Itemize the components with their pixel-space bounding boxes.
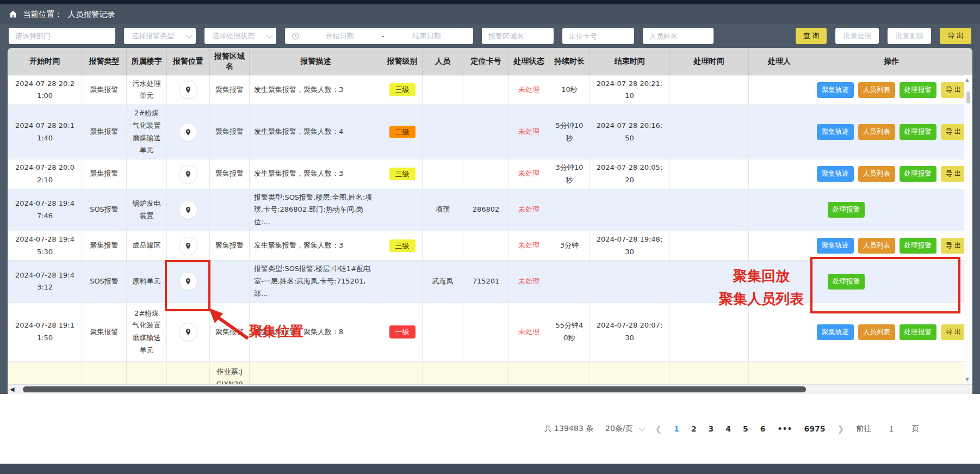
chevron-down-icon (266, 32, 273, 39)
handle-alarm-button[interactable]: 处理报警 (828, 202, 865, 218)
start-date-placeholder[interactable]: 开始日期 (300, 31, 380, 41)
track-button[interactable]: 聚集轨迹 (817, 324, 854, 340)
page-3[interactable]: 3 (709, 424, 714, 433)
location-pin-icon[interactable] (179, 123, 197, 141)
area-name-input[interactable] (482, 28, 554, 44)
track-button[interactable]: 聚集轨迹 (817, 166, 854, 182)
batch-delete-button[interactable]: 批量删除 (888, 28, 931, 44)
people-list-button[interactable]: 人员列表 (858, 124, 895, 140)
person-name-input[interactable] (643, 28, 714, 44)
horizontal-scrollbar[interactable]: ◀ (8, 384, 972, 394)
page-6[interactable]: 6 (760, 424, 766, 433)
page-size-select[interactable]: 20条/页 (605, 424, 643, 434)
cell-person (423, 231, 463, 261)
cell-ops: 处理报警 (810, 261, 973, 303)
table-row: 2024-07-28 20:02:10 聚集报警 聚集报警 发生聚集报警，聚集人… (8, 159, 973, 189)
cell-area (210, 261, 250, 303)
cell-card: 286802 (463, 189, 509, 231)
scroll-left-icon[interactable]: ◀ (10, 386, 14, 393)
cell-handle-time (669, 303, 749, 361)
goto-suffix: 页 (911, 424, 919, 434)
location-pin-icon[interactable] (179, 81, 197, 99)
alarm-table-card: 开始时间 报警类型 所属楼宇 报警位置 报警区域名 报警描述 报警级别 人员 定… (8, 48, 972, 394)
export-row-button[interactable]: 导 出 (941, 124, 966, 140)
handle-alarm-button[interactable]: 处理报警 (900, 324, 936, 340)
table-row: 2024-07-28 19:43:12 SOS报警 原料单元 报警类型:SOS报… (8, 261, 973, 303)
cell-card (463, 231, 509, 261)
cell-start: 2024-07-28 19:45:30 (8, 231, 82, 261)
vertical-scroll-thumb[interactable] (966, 91, 970, 103)
cell-status: 未处理 (509, 75, 549, 105)
cell-ops: 聚集轨迹 人员列表 处理报警 导 出 (810, 303, 973, 361)
breadcrumb-label: 当前位置： (23, 9, 63, 20)
people-list-button[interactable]: 人员列表 (858, 324, 895, 340)
cell-desc: 发生聚集报警，聚集人数：4 (250, 105, 382, 159)
pages-ellipsis[interactable]: ••• (778, 424, 792, 433)
handle-alarm-button[interactable]: 处理报警 (900, 166, 936, 182)
page-2[interactable]: 2 (691, 424, 697, 433)
cell-start: 2024-07-28 19:47:46 (8, 189, 82, 231)
vertical-scrollbar[interactable]: ▲ ▼ (964, 75, 972, 384)
page-5[interactable]: 5 (743, 424, 748, 433)
cell-status: 未处理 (509, 261, 549, 303)
prev-page-icon[interactable]: ❮ (655, 424, 662, 434)
cell-building: 成品罐区 (127, 231, 167, 261)
end-date-placeholder[interactable]: 结束日期 (387, 31, 467, 41)
location-pin-icon[interactable] (179, 201, 197, 219)
cell-person (423, 303, 463, 361)
export-row-button[interactable]: 导 出 (941, 238, 966, 254)
card-no-input[interactable] (562, 28, 634, 44)
batch-process-button[interactable]: 批量处理 (835, 28, 879, 44)
department-input[interactable] (9, 28, 115, 44)
scroll-up-icon[interactable]: ▲ (965, 77, 969, 83)
page-1[interactable]: 1 (674, 424, 679, 433)
level-badge: 三级 (389, 168, 415, 181)
track-button[interactable]: 聚集轨迹 (817, 82, 854, 98)
export-row-button[interactable]: 导 出 (941, 324, 966, 340)
table-row: 2024-07-28 19:47:46 SOS报警 锅炉发电装置 报警类型:SO… (8, 189, 973, 231)
handle-status-placeholder: 选择处理状态 (212, 31, 255, 41)
handle-alarm-button[interactable]: 处理报警 (900, 124, 936, 140)
export-button[interactable]: 导 出 (940, 28, 971, 44)
location-pin-icon[interactable] (179, 323, 197, 341)
cell-desc: 发生聚集报警，聚集人数：3 (250, 75, 382, 105)
level-badge: 二级 (389, 126, 415, 139)
location-pin-icon[interactable] (179, 165, 197, 183)
cell-position (167, 231, 210, 261)
track-button[interactable]: 聚集轨迹 (817, 238, 854, 254)
people-list-button[interactable]: 人员列表 (858, 166, 895, 182)
goto-page-input[interactable] (883, 424, 900, 433)
cell-start: 2024-07-28 20:21:00 (8, 75, 82, 105)
cell-type: SOS报警 (82, 189, 127, 231)
people-list-button[interactable]: 人员列表 (858, 238, 895, 254)
export-row-button[interactable]: 导 出 (941, 166, 966, 182)
pagination-bar: 共 139483 条 20条/页 ❮ 1 2 3 4 5 6 ••• 6975 … (0, 394, 980, 464)
col-start-time: 开始时间 (8, 48, 82, 75)
handle-alarm-button[interactable]: 处理报警 (900, 238, 936, 254)
alarm-type-select[interactable]: 选择报警类型 (124, 28, 196, 44)
cell-position (167, 261, 210, 303)
cell-type: 聚集报警 (82, 105, 127, 159)
cell-person (423, 159, 463, 189)
home-icon[interactable] (9, 10, 17, 19)
handle-status-select[interactable]: 选择处理状态 (204, 28, 276, 44)
people-list-button[interactable]: 人员列表 (858, 82, 895, 98)
cell-end: 2024-07-28 20:07:30 (590, 303, 669, 361)
handle-alarm-button[interactable]: 处理报警 (900, 82, 936, 98)
cell-position (167, 189, 210, 231)
cell-end: 2024-07-28 20:21:10 (590, 75, 669, 105)
page-last[interactable]: 6975 (804, 424, 825, 433)
page-4[interactable]: 4 (725, 424, 731, 433)
handle-alarm-button[interactable]: 处理报警 (828, 274, 865, 290)
query-button[interactable]: 查 询 (796, 28, 827, 44)
scroll-down-icon[interactable]: ▼ (965, 377, 969, 382)
next-page-icon[interactable]: ❯ (837, 424, 844, 434)
date-range-picker[interactable]: 开始日期 - 结束日期 (285, 28, 473, 44)
track-button[interactable]: 聚集轨迹 (817, 124, 854, 140)
location-pin-icon[interactable] (179, 237, 197, 255)
cell-handler (749, 189, 810, 231)
horizontal-scroll-thumb[interactable] (23, 386, 806, 392)
export-row-button[interactable]: 导 出 (941, 82, 966, 98)
table-row: 2024-07-28 20:11:40 聚集报警 2#粉煤气化装置磨煤输送单元 … (8, 105, 973, 159)
location-pin-icon[interactable] (179, 272, 197, 291)
